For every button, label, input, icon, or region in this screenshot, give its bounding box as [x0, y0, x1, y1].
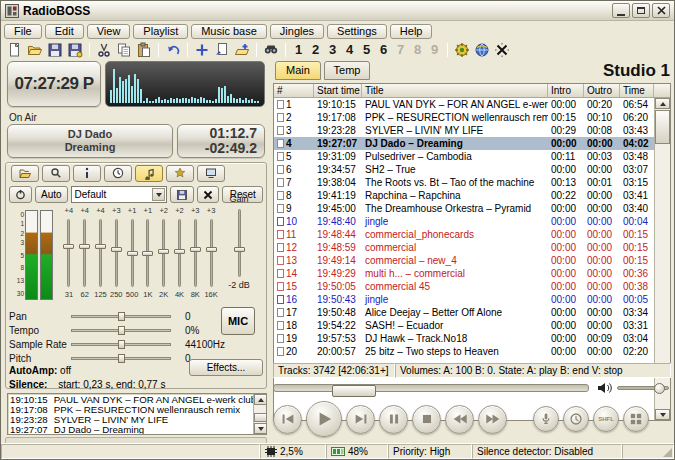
playlist-row-7[interactable]: 719:38:04The Roots vs. Bt – Tao of the m…: [274, 176, 654, 189]
playlist-row-11[interactable]: 1119:48:44commercial_phonecards00:0000:0…: [274, 228, 654, 241]
close-button[interactable]: [652, 3, 670, 18]
sample-rate-slider[interactable]: [71, 340, 171, 348]
playlist-row-6[interactable]: 619:34:57SH2 – True00:0000:0003:07: [274, 163, 654, 176]
cart-button-8[interactable]: 8: [410, 42, 425, 57]
internet-button[interactable]: [473, 42, 491, 58]
eq-auto-button[interactable]: Auto: [35, 186, 68, 203]
column-header-intro[interactable]: Intro: [548, 84, 584, 97]
eq-slider-16K[interactable]: [203, 217, 219, 289]
minimize-button[interactable]: [612, 3, 630, 18]
playlist-row-10[interactable]: 1019:48:40jingle00:0000:0000:04: [274, 215, 654, 228]
menu-jingles[interactable]: Jingles: [270, 24, 324, 39]
cart-button-3[interactable]: 3: [325, 42, 340, 57]
eq-slider-31[interactable]: [61, 217, 77, 289]
log-scroll-thumb[interactable]: [254, 413, 267, 422]
eq-slider-thumb[interactable]: [95, 244, 106, 249]
tool-tab-info[interactable]: [73, 165, 101, 182]
menu-settings[interactable]: Settings: [327, 24, 387, 39]
playlist-row-16[interactable]: 1619:50:43jingle00:0000:0000:05: [274, 293, 654, 306]
play-log[interactable]: 19:10:15PAUL VAN DYK – FOR AN ANGEL e-we…: [7, 393, 267, 435]
volume-slider[interactable]: [617, 386, 669, 390]
cart-wall-button[interactable]: [623, 406, 649, 432]
eq-slider-thumb[interactable]: [111, 247, 122, 252]
playlist-row-12[interactable]: 1219:48:59commercial00:0000:0000:15: [274, 241, 654, 254]
column-header-start-time[interactable]: Start time: [314, 84, 362, 97]
position-slider[interactable]: [273, 384, 589, 392]
eq-save-preset-button[interactable]: [170, 186, 194, 203]
tab-temp[interactable]: Temp: [324, 61, 370, 80]
eq-power-button[interactable]: [9, 186, 32, 203]
eq-preset-select[interactable]: Default: [71, 186, 168, 203]
shuffle-button[interactable]: SHFL: [593, 406, 619, 432]
effects-button[interactable]: Effects...: [189, 359, 263, 376]
menu-edit[interactable]: Edit: [45, 24, 84, 39]
scheduler-button[interactable]: [563, 406, 589, 432]
add-button[interactable]: [193, 42, 211, 58]
playlist-row-5[interactable]: 519:31:09Pulsedriver – Cambodia00:1100:0…: [274, 150, 654, 163]
cart-button-5[interactable]: 5: [359, 42, 374, 57]
cart-button-1[interactable]: 1: [291, 42, 306, 57]
eq-slider-2K[interactable]: [156, 217, 172, 289]
fast-forward-button[interactable]: [478, 405, 507, 434]
column-header-title[interactable]: Title: [362, 84, 548, 97]
eq-slider-thumb[interactable]: [174, 249, 185, 254]
slider-thumb[interactable]: [118, 326, 125, 335]
mic-button[interactable]: MIC: [221, 307, 255, 335]
tab-main[interactable]: Main: [275, 61, 321, 80]
menu-view[interactable]: View: [87, 24, 131, 39]
cut-button[interactable]: [95, 42, 113, 58]
pause-button[interactable]: [379, 405, 408, 434]
eq-slider-1K[interactable]: [140, 217, 156, 289]
cart-button-4[interactable]: 4: [342, 42, 357, 57]
log-scroll-up-button[interactable]: [254, 394, 267, 405]
playlist-row-3[interactable]: 319:23:28SYLVER – LIVIN' MY LIFE00:2900:…: [274, 124, 654, 137]
insert-track-button[interactable]: [213, 42, 231, 58]
playlist-scroll-up-button[interactable]: [655, 98, 670, 109]
stop-button[interactable]: [412, 405, 441, 434]
preset-dropdown-button[interactable]: [152, 188, 165, 201]
maximize-button[interactable]: [632, 3, 650, 18]
add-folder-button[interactable]: [233, 42, 251, 58]
tool-tab-note[interactable]: [135, 165, 163, 182]
find-button[interactable]: [262, 42, 280, 58]
paste-button[interactable]: [135, 42, 153, 58]
eq-slider-62[interactable]: [77, 217, 93, 289]
pan-slider[interactable]: [71, 312, 171, 320]
playlist-row-1[interactable]: 119:10:15PAUL VAN DYK – FOR AN ANGEL e-w…: [274, 98, 654, 111]
pitch-slider[interactable]: [71, 354, 171, 362]
gain-slider[interactable]: [231, 207, 247, 279]
tool-tab-monitor[interactable]: [197, 165, 225, 182]
eq-slider-thumb[interactable]: [190, 247, 201, 252]
eq-slider-8K[interactable]: [187, 217, 203, 289]
menu-help[interactable]: Help: [390, 24, 433, 39]
menu-file[interactable]: File: [4, 24, 42, 39]
position-slider-thumb[interactable]: [332, 385, 376, 397]
tool-tab-folder[interactable]: [11, 165, 39, 182]
tool-tab-star[interactable]: [166, 165, 194, 182]
save-as-button[interactable]: [66, 42, 84, 58]
eq-slider-125[interactable]: [93, 217, 109, 289]
playlist-scroll-thumb[interactable]: [655, 110, 670, 144]
log-scroll-down-button[interactable]: [254, 423, 267, 434]
scheduler-button[interactable]: [453, 42, 471, 58]
eq-slider-250[interactable]: [108, 217, 124, 289]
cart-button-6[interactable]: 6: [376, 42, 391, 57]
eq-slider-thumb[interactable]: [142, 251, 153, 256]
resize-grip[interactable]: [663, 448, 672, 457]
log-scrollbar[interactable]: [253, 394, 266, 434]
save-button[interactable]: [46, 42, 64, 58]
eq-slider-thumb[interactable]: [206, 247, 217, 252]
rewind-button[interactable]: [445, 405, 474, 434]
eq-delete-preset-button[interactable]: [197, 186, 219, 203]
cart-button-7[interactable]: 7: [393, 42, 408, 57]
menu-music-base[interactable]: Music base: [191, 24, 267, 39]
eq-slider-500[interactable]: [124, 217, 140, 289]
playlist-row-2[interactable]: 219:17:08PPK – RESURECTION wellenrausch …: [274, 111, 654, 124]
tempo-slider[interactable]: [71, 326, 171, 334]
copy-button[interactable]: [115, 42, 133, 58]
slider-thumb[interactable]: [118, 340, 125, 349]
column-header-time[interactable]: Time: [620, 84, 654, 97]
play-button[interactable]: [306, 401, 342, 437]
cart-button-2[interactable]: 2: [308, 42, 323, 57]
playlist-row-9[interactable]: 919:45:00The Dreamhouse Orkestra – Pyram…: [274, 202, 654, 215]
